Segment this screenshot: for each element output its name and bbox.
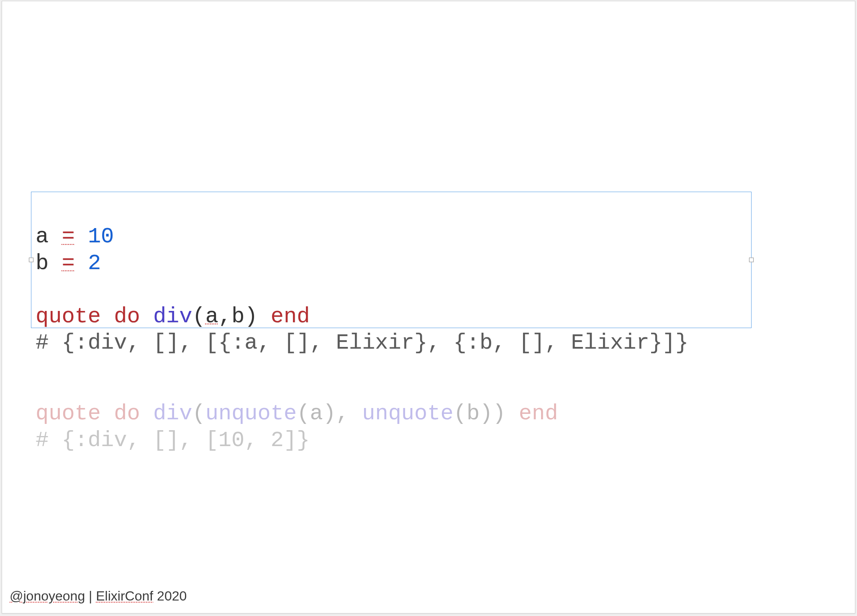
line-5: quote do div(unquote(a), unquote(b)) end: [36, 401, 558, 426]
tok-po1: (: [297, 401, 310, 426]
slide-frame: a = 10 b = 2 quote do div(a,b) end # {:d…: [0, 0, 857, 616]
footer-conf: ElixirConf: [96, 588, 153, 603]
tok-kw-do: do: [114, 304, 140, 329]
tok-num-10: 10: [88, 224, 114, 249]
tok-open-2: (: [192, 401, 205, 426]
tok-arg-b: b: [231, 304, 244, 329]
tok-kw-end-2: end: [519, 401, 558, 426]
tok-unquote-1: unquote: [205, 401, 297, 426]
tok-a-2: a: [310, 401, 323, 426]
line-6: # {:div, [], [10, 2]}: [36, 428, 310, 453]
tok-op-1: =: [62, 224, 74, 249]
code-block-faded: quote do div(unquote(a), unquote(b)) end…: [31, 374, 751, 454]
tok-kw-quote: quote: [36, 304, 101, 329]
tok-var-b: b: [36, 251, 49, 276]
tok-comment-2: # {:div, [], [10, 2]}: [36, 428, 310, 453]
slide-footer: @jonoyeong | ElixirConf 2020: [10, 588, 187, 604]
code-area: a = 10 b = 2 quote do div(a,b) end # {:d…: [31, 194, 751, 454]
slide-scaler: a = 10 b = 2 quote do div(a,b) end # {:d…: [0, 0, 857, 616]
tok-unquote-2: unquote: [362, 401, 453, 426]
line-4: # {:div, [], [{:a, [], Elixir}, {:b, [],…: [36, 331, 688, 355]
tok-b-2: b: [467, 401, 480, 426]
tok-fn-div: div: [153, 304, 192, 329]
footer-handle: @jonoyeong: [10, 588, 85, 603]
tok-po2: (: [454, 401, 467, 426]
tok-pc1: ): [323, 401, 336, 426]
tok-kw-do-2: do: [114, 401, 140, 426]
tok-op-2: =: [62, 251, 74, 276]
tok-comma-2: ,: [336, 401, 362, 426]
tok-fn-div-2: div: [153, 401, 192, 426]
tok-paren-open: (: [192, 304, 205, 329]
code-block-selected[interactable]: a = 10 b = 2 quote do div(a,b) end # {:d…: [31, 194, 751, 362]
tok-comma: ,: [218, 304, 231, 329]
line-2: b = 2: [36, 251, 101, 276]
tok-var-a: a: [36, 224, 49, 249]
spacer: [31, 362, 751, 374]
line-3: quote do div(a,b) end: [36, 304, 310, 329]
tok-comment-1: # {:div, [], [{:a, [], Elixir}, {:b, [],…: [36, 331, 688, 355]
tok-num-2: 2: [88, 251, 101, 276]
footer-sep: |: [85, 588, 96, 603]
tok-close-2: ): [493, 401, 505, 426]
line-1: a = 10: [36, 224, 114, 249]
tok-kw-end: end: [271, 304, 310, 329]
tok-kw-quote-2: quote: [36, 401, 101, 426]
tok-paren-close: ): [244, 304, 257, 329]
tok-pc2: ): [480, 401, 493, 426]
slide-canvas[interactable]: a = 10 b = 2 quote do div(a,b) end # {:d…: [2, 1, 855, 613]
footer-year: 2020: [153, 588, 187, 603]
tok-arg-a: a: [205, 304, 218, 329]
